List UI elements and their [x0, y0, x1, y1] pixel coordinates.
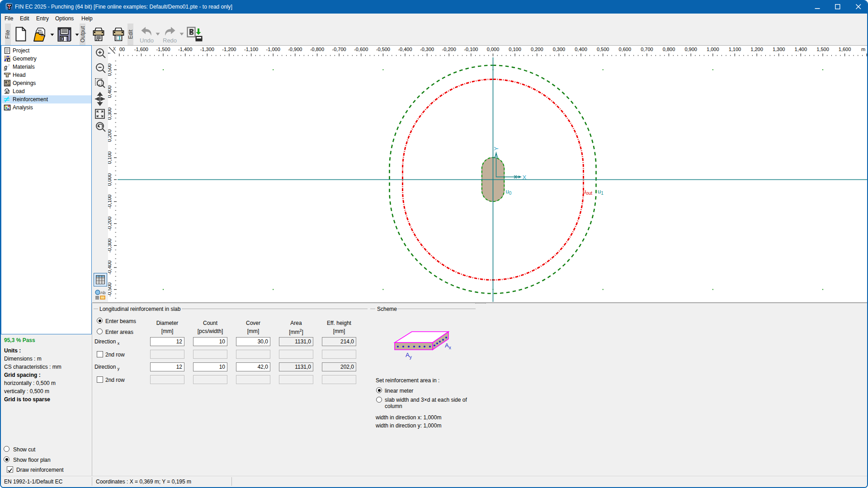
svg-text:u1: u1 [598, 188, 604, 196]
svg-text:1,100: 1,100 [729, 47, 741, 52]
svg-text:-0,300: -0,300 [420, 47, 434, 52]
svg-text:0,400: 0,400 [108, 85, 112, 98]
svg-text:-1,200: -1,200 [222, 47, 236, 52]
svg-text:X: X [113, 47, 116, 52]
svg-text:1,500: 1,500 [816, 47, 829, 52]
svg-text:00: 00 [119, 47, 125, 52]
svg-text:X: X [523, 174, 527, 181]
svg-text:1,600: 1,600 [839, 47, 851, 52]
svg-text:1,000: 1,000 [707, 47, 719, 52]
svg-text:-1,300: -1,300 [200, 47, 214, 52]
svg-text:0,100: 0,100 [108, 151, 112, 164]
svg-text:0,800: 0,800 [663, 47, 675, 52]
svg-text:?: ? [8, 63, 9, 68]
svg-text:Y: Y [108, 52, 111, 55]
svg-text:1,400: 1,400 [795, 47, 807, 52]
svg-text:0,200: 0,200 [531, 47, 543, 52]
svg-text:-0,200: -0,200 [442, 47, 456, 52]
svg-text:1,200: 1,200 [750, 47, 763, 52]
svg-text:0,500: 0,500 [597, 47, 609, 52]
svg-text:0,300: 0,300 [108, 108, 112, 120]
svg-text:u0: u0 [506, 188, 512, 196]
svg-text:0,000: 0,000 [108, 174, 112, 186]
svg-text:-0,700: -0,700 [332, 47, 346, 52]
svg-text:Y: Y [493, 146, 500, 150]
svg-text:-0,300: -0,300 [108, 239, 112, 253]
svg-text:-0,500: -0,500 [376, 47, 390, 52]
svg-text:-0,900: -0,900 [288, 47, 302, 52]
svg-text:Ay: Ay [406, 352, 412, 360]
svg-text:Ab: Ab [100, 290, 106, 295]
svg-text:0,000: 0,000 [487, 47, 500, 52]
svg-text:-0,100: -0,100 [108, 194, 112, 208]
svg-text:-0,500: -0,500 [108, 282, 112, 296]
svg-text:-0,400: -0,400 [398, 47, 412, 52]
svg-text:-0,400: -0,400 [108, 260, 112, 274]
svg-text:1,300: 1,300 [773, 47, 785, 52]
svg-text:uout: uout [583, 188, 592, 196]
svg-text:g: g [4, 64, 7, 70]
svg-text:0,300: 0,300 [553, 47, 566, 52]
svg-text:-1,100: -1,100 [244, 47, 258, 52]
svg-text:0,400: 0,400 [575, 47, 587, 52]
svg-text:Ax: Ax [445, 342, 451, 350]
svg-text:-0,600: -0,600 [354, 47, 368, 52]
svg-text:0,600: 0,600 [619, 47, 632, 52]
svg-text:-0,800: -0,800 [310, 47, 324, 52]
svg-text:-1,400: -1,400 [178, 47, 192, 52]
svg-text:0,900: 0,900 [684, 47, 697, 52]
svg-text:-1,500: -1,500 [156, 47, 170, 52]
svg-text:0,100: 0,100 [509, 47, 521, 52]
svg-text:-0,100: -0,100 [464, 47, 478, 52]
svg-text:0,700: 0,700 [641, 47, 653, 52]
svg-text:0,200: 0,200 [108, 129, 112, 142]
svg-text:-1,600: -1,600 [134, 47, 148, 52]
svg-text:m: m [861, 47, 865, 52]
svg-text:-1,000: -1,000 [266, 47, 280, 52]
svg-text:0,500: 0,500 [108, 64, 112, 76]
svg-text:-0,200: -0,200 [108, 216, 112, 230]
